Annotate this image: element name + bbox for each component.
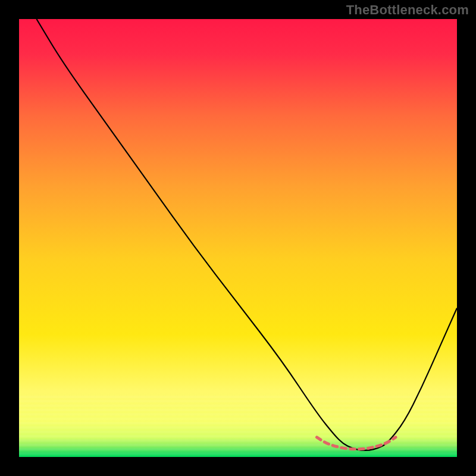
band-stripe [19, 400, 457, 402]
band-stripe [19, 405, 457, 407]
band-stripe [19, 396, 457, 398]
band-stripe [19, 422, 457, 424]
chart-svg [19, 19, 457, 457]
band-stripe [19, 448, 457, 450]
band-stripe [19, 409, 457, 411]
gradient-background [19, 19, 457, 457]
band-stripe [19, 426, 457, 428]
band-stripe [19, 435, 457, 437]
band-stripe [19, 440, 457, 442]
band-stripe [19, 453, 457, 455]
chart-root: TheBottleneck.com [0, 0, 476, 476]
watermark-text: TheBottleneck.com [346, 2, 469, 18]
plot-area [19, 19, 457, 457]
band-stripe [19, 418, 457, 420]
band-stripe [19, 444, 457, 446]
band-stripe [19, 413, 457, 415]
band-stripe [19, 431, 457, 433]
